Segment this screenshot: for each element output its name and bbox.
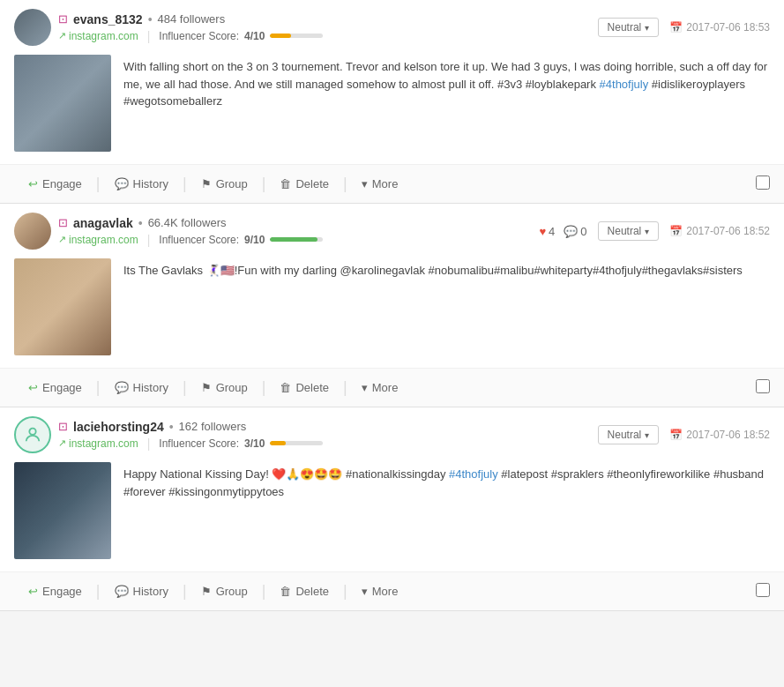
action-label: More — [372, 585, 399, 598]
action-label: Delete — [295, 381, 329, 394]
engage-button[interactable]: ↩Engage — [14, 376, 96, 400]
history-icon: 💬 — [115, 381, 129, 394]
sentiment-label: Neutral — [608, 21, 642, 34]
share-icon: ↗ — [58, 234, 66, 245]
group-icon: ⚑ — [201, 177, 212, 190]
post-header-left: ⊡laciehorsting24•162 followers↗ instagra… — [14, 416, 323, 453]
calendar-icon: 📅 — [669, 21, 683, 34]
post-checkbox-area — [756, 583, 770, 600]
influencer-score: Influencer Score:4/10 — [159, 30, 323, 42]
action-label: Engage — [42, 177, 82, 190]
score-label: Influencer Score: — [159, 30, 239, 42]
post-select-checkbox[interactable] — [756, 379, 770, 393]
source-link[interactable]: ↗ instagram.com — [58, 234, 138, 246]
action-label: More — [372, 177, 399, 190]
history-icon: 💬 — [115, 177, 129, 190]
delete-button[interactable]: 🗑Delete — [265, 172, 343, 196]
engage-button[interactable]: ↩Engage — [14, 172, 96, 196]
comments-count: 0 — [580, 225, 586, 238]
hashtag-link[interactable]: #4thofjuly — [449, 467, 498, 481]
sentiment-dropdown[interactable]: Neutral▾ — [598, 221, 660, 241]
post-checkbox-area — [756, 175, 770, 192]
sentiment-label: Neutral — [608, 429, 642, 441]
post-actions: ↩Engage|💬History|⚑Group|🗑Delete|▾More — [0, 368, 784, 407]
post-meta-right: Neutral▾📅2017-07-06 18:52 — [598, 425, 770, 444]
more-icon: ▾ — [362, 585, 368, 598]
calendar-icon: 📅 — [669, 225, 683, 237]
user-info: ⊡laciehorsting24•162 followers↗ instagra… — [58, 420, 323, 451]
group-button[interactable]: ⚑Group — [187, 579, 262, 603]
hashtag-link[interactable]: #4thofjuly — [600, 78, 649, 91]
sentiment-label: Neutral — [608, 225, 642, 237]
source-link[interactable]: ↗ instagram.com — [58, 30, 138, 42]
post-content: Its The Gavlaks 🤾🏻‍♀️🇺🇸!Fun with my darl… — [0, 258, 784, 368]
sentiment-dropdown[interactable]: Neutral▾ — [598, 425, 660, 444]
score-bar-background — [270, 34, 323, 38]
followers-count: 162 followers — [179, 420, 247, 433]
post-header: ⊡laciehorsting24•162 followers↗ instagra… — [0, 407, 784, 462]
score-label: Influencer Score: — [159, 437, 239, 450]
score-bar-fill — [270, 34, 291, 38]
post-thumbnail — [14, 55, 111, 152]
action-label: More — [372, 381, 399, 394]
post-actions: ↩Engage|💬History|⚑Group|🗑Delete|▾More — [0, 571, 784, 610]
source-link[interactable]: ↗ instagram.com — [58, 437, 138, 450]
calendar-icon: 📅 — [669, 429, 683, 441]
more-icon: ▾ — [362, 177, 368, 190]
action-label: Group — [216, 177, 248, 190]
delete-icon: 🗑 — [280, 177, 291, 190]
more-button[interactable]: ▾More — [347, 376, 413, 400]
post-meta-right: Neutral▾📅2017-07-06 18:53 — [598, 18, 770, 37]
group-button[interactable]: ⚑Group — [187, 376, 262, 400]
comments-stat: 💬0 — [564, 225, 586, 238]
user-info: ⊡evans_8132•484 followers↗ instagram.com… — [58, 12, 323, 43]
more-button[interactable]: ▾More — [347, 579, 413, 603]
avatar — [14, 9, 51, 46]
post-text: With falling short on the 3 on 3 tournem… — [123, 55, 770, 152]
delete-button[interactable]: 🗑Delete — [265, 579, 343, 603]
chevron-down-icon: ▾ — [645, 430, 649, 440]
score-bar-background — [270, 237, 323, 242]
action-label: History — [133, 177, 168, 190]
post-actions: ↩Engage|💬History|⚑Group|🗑Delete|▾More — [0, 164, 784, 203]
score-value: 9/10 — [244, 234, 265, 246]
score-bar-background — [270, 441, 323, 445]
post-select-checkbox[interactable] — [756, 583, 770, 597]
post-content: Happy National Kissing Day! ❤️🙏😍🤩🤩 #nati… — [0, 462, 784, 571]
score-bar-fill — [270, 441, 286, 445]
history-button[interactable]: 💬History — [101, 579, 183, 603]
sentiment-dropdown[interactable]: Neutral▾ — [598, 18, 660, 37]
more-button[interactable]: ▾More — [347, 172, 413, 196]
group-button[interactable]: ⚑Group — [187, 172, 262, 196]
dot-separator: • — [148, 12, 153, 26]
post-thumbnail — [14, 258, 111, 355]
action-label: Group — [216, 381, 248, 394]
username: laciehorsting24 — [73, 420, 164, 434]
svg-point-0 — [29, 429, 35, 435]
post-text: Its The Gavlaks 🤾🏻‍♀️🇺🇸!Fun with my darl… — [123, 258, 770, 355]
divider: | — [147, 437, 151, 451]
history-button[interactable]: 💬History — [101, 376, 183, 400]
post-checkbox-area — [756, 379, 770, 396]
engage-button[interactable]: ↩Engage — [14, 579, 96, 603]
post-header-left: ⊡anagavlak•66.4K followers↗ instagram.co… — [14, 213, 323, 250]
post-select-checkbox[interactable] — [756, 175, 770, 190]
history-button[interactable]: 💬History — [101, 172, 183, 196]
source-row: ↗ instagram.com|Influencer Score:3/10 — [58, 437, 323, 451]
post-header-left: ⊡evans_8132•484 followers↗ instagram.com… — [14, 9, 323, 46]
engage-icon: ↩ — [28, 177, 38, 190]
delete-icon: 🗑 — [280, 381, 291, 394]
share-icon: ↗ — [58, 437, 66, 449]
timestamp-value: 2017-07-06 18:53 — [686, 21, 770, 34]
action-label: History — [133, 381, 168, 394]
post-header: ⊡anagavlak•66.4K followers↗ instagram.co… — [0, 204, 784, 258]
delete-button[interactable]: 🗑Delete — [265, 376, 343, 400]
username-row: ⊡anagavlak•66.4K followers — [58, 216, 323, 230]
history-icon: 💬 — [115, 585, 129, 598]
post-content: With falling short on the 3 on 3 tournem… — [0, 55, 784, 164]
post-meta-right: ♥4💬0Neutral▾📅2017-07-06 18:52 — [539, 221, 770, 241]
engage-icon: ↩ — [28, 585, 38, 598]
share-icon: ↗ — [58, 30, 66, 41]
source-row: ↗ instagram.com|Influencer Score:4/10 — [58, 29, 323, 43]
group-icon: ⚑ — [201, 585, 212, 598]
